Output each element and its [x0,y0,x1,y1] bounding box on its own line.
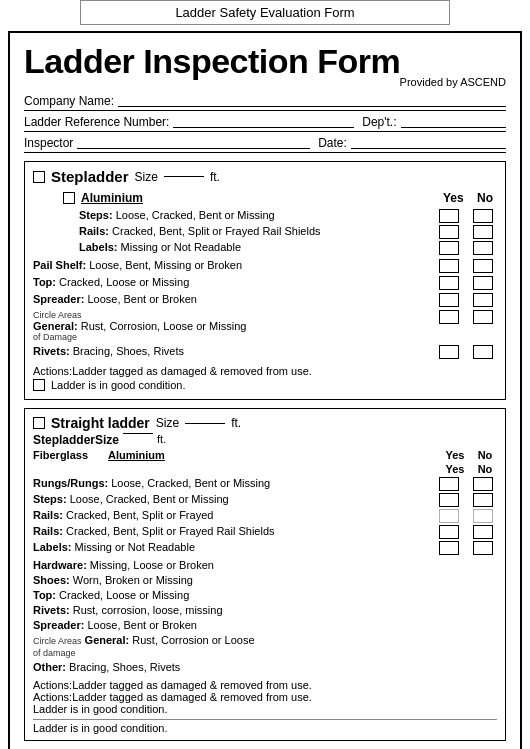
aluminium-title: Aluminium [81,191,143,205]
inspector-label: Inspector [24,136,73,150]
inspector-row: Inspector Date: [24,136,506,153]
stepladder-sub-input[interactable] [123,433,153,434]
pail-shelf-row: Pail Shelf: Loose, Bent, Missing or Brok… [33,259,497,273]
rails-yes-box[interactable] [439,225,459,239]
stepladder-header: Stepladder Size ft. [33,168,497,185]
no-header-3: No [475,463,495,475]
pail-yes-box[interactable] [439,259,459,273]
good-condition-checkbox[interactable] [33,379,45,391]
s-labels-label: Labels: [33,541,72,553]
s-general-text: Rust, Corrosion or Loose [132,634,254,646]
rails-label: Rails: [79,225,109,237]
ladder-ref-label: Ladder Reference Number: [24,115,169,129]
steps-yes-box[interactable] [439,209,459,223]
yes-header-3: Yes [445,463,465,475]
stepladder-checkbox[interactable] [33,171,45,183]
rivets-label: Rivets: [33,345,70,357]
rails-no-box[interactable] [473,225,493,239]
steps-text: Loose, Cracked, Bent or Missing [116,209,275,221]
action-row-2: Ladder is in good condition. [33,379,497,391]
circle-note-bottom: of Damage [33,332,435,342]
s-labels-text: Missing or Not Readable [75,541,195,553]
rungs-no-box[interactable] [473,477,493,491]
stepladder-size-label: Size [135,170,158,184]
s-hardware-row: Hardware: Missing, Loose or Broken [33,559,497,571]
spreader-row: Spreader: Loose, Bent or Broken [33,293,497,307]
dept-line [401,127,506,128]
general-text: Rust, Corrosion, Loose or Missing [81,320,247,332]
straight-size-input[interactable] [185,423,225,424]
straight-checkbox[interactable] [33,417,45,429]
labels-no-box[interactable] [473,241,493,255]
stepladder-size-unit: ft. [210,170,220,184]
s-action-text-1: Actions:Ladder tagged as damaged & remov… [33,679,312,691]
s-top-label: Top: [33,589,56,601]
company-name-line [118,106,506,107]
s-labels-no-box[interactable] [473,541,493,555]
s-rails2-yes-box[interactable] [439,525,459,539]
s-rails1-no-box[interactable] [473,509,493,523]
general-yes-box[interactable] [439,310,459,324]
general-no-box[interactable] [473,310,493,324]
stepladder-actions: Actions:Ladder tagged as damaged & remov… [33,365,497,391]
s-spreader-label: Spreader: [33,619,84,631]
labels-row: Labels: Missing or Not Readable [63,241,497,255]
s-hardware-label: Hardware: [33,559,87,571]
s-shoes-text: Worn, Broken or Missing [73,574,193,586]
company-name-row: Company Name: [24,94,506,111]
s-other-row: Other: Bracing, Shoes, Rivets [33,661,497,673]
action-row-1: Actions:Ladder tagged as damaged & remov… [33,365,497,377]
bottom-note: Ladder is in good condition. [33,719,497,734]
top-no-box[interactable] [473,276,493,290]
general-label: General: [33,320,78,332]
s-labels-row: Labels: Missing or Not Readable [33,541,497,555]
ladder-ref-line [173,127,354,128]
aluminium-checkbox[interactable] [63,192,75,204]
s-circle-note-bottom: of damage [33,648,76,658]
top-bar-label: Ladder Safety Evaluation Form [80,0,450,25]
spreader-yes-box[interactable] [439,293,459,307]
rivets-row: Rivets: Bracing, Shoes, Rivets [33,345,497,359]
straight-title: Straight ladder [51,415,150,431]
stepladder-title: Stepladder [51,168,129,185]
s-rails1-yes-box[interactable] [439,509,459,523]
overlap-area: StepladderSize ft. Fiberglass Aluminium … [33,433,497,555]
rungs-yes-box[interactable] [439,477,459,491]
rivets-no-box[interactable] [473,345,493,359]
s-rivets-text: Rust, corrosion, loose, missing [73,604,223,616]
pail-no-box[interactable] [473,259,493,273]
s-spreader-row: Spreader: Loose, Bent or Broken [33,619,497,631]
spreader-no-box[interactable] [473,293,493,307]
stepladder-sub-unit: ft. [157,433,166,445]
labels-label: Labels: [79,241,118,253]
s-top-row: Top: Cracked, Loose or Missing [33,589,497,601]
rails-row: Rails: Cracked, Bent, Split or Frayed Ra… [63,225,497,239]
s-steps-text: Loose, Cracked, Bent or Missing [70,493,229,505]
rungs-label: Rungs/Rungs: [33,477,108,489]
s-rails1-row: Rails: Cracked, Bent, Split or Frayed [33,509,497,523]
stepladder-size-input[interactable] [164,176,204,177]
s-steps-yes-box[interactable] [439,493,459,507]
straight-size-unit: ft. [231,416,241,430]
circle-note-top: Circle Areas [33,310,435,320]
s-action-2: Actions:Ladder tagged as damaged & remov… [33,691,497,703]
steps-row: Steps: Loose, Cracked, Bent or Missing [63,209,497,223]
steps-no-box[interactable] [473,209,493,223]
s-steps-no-box[interactable] [473,493,493,507]
s-rails2-no-box[interactable] [473,525,493,539]
form-title: Ladder Inspection Form [24,43,506,80]
stepladder-section: Stepladder Size ft. Aluminium Yes No [24,161,506,400]
rivets-yes-box[interactable] [439,345,459,359]
straight-actions: Actions:Ladder tagged as damaged & remov… [33,679,497,715]
s-rivets-row: Rivets: Rust, corrosion, loose, missing [33,604,497,616]
top-yes-box[interactable] [439,276,459,290]
s-labels-yes-box[interactable] [439,541,459,555]
s-shoes-label: Shoes: [33,574,70,586]
general-row: Circle Areas General: Rust, Corrosion, L… [33,310,497,342]
s-action-3: Ladder is in good condition. [33,703,497,715]
labels-yes-box[interactable] [439,241,459,255]
s-rails1-label: Rails: [33,509,63,521]
top-label: Top: [33,276,56,288]
s-action-text-3: Ladder is in good condition. [33,703,168,715]
aluminium-title-2: Aluminium [108,449,165,461]
